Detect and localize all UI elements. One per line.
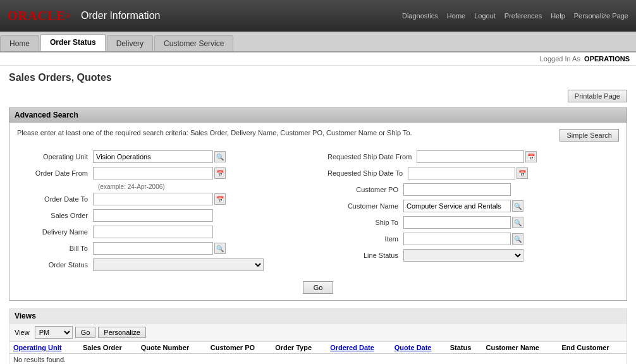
delivery-name-label: Delivery Name bbox=[17, 228, 93, 236]
nav-personalize-page[interactable]: Personalize Page bbox=[574, 12, 628, 20]
item-label: Item bbox=[327, 235, 403, 243]
top-printable-button[interactable]: Printable Page bbox=[568, 90, 627, 102]
bill-to-row: Bill To 🔍 bbox=[17, 242, 309, 255]
nav-home[interactable]: Home bbox=[447, 12, 465, 20]
tab-bar: Home Order Status Delivery Customer Serv… bbox=[0, 32, 636, 52]
nav-diagnostics[interactable]: Diagnostics bbox=[402, 12, 438, 20]
col-end-customer: End Customer bbox=[558, 342, 627, 354]
col-customer-po: Customer PO bbox=[207, 342, 271, 354]
line-status-label: Line Status bbox=[327, 252, 403, 259]
line-status-row: Line Status bbox=[327, 249, 619, 262]
order-date-to-input[interactable] bbox=[93, 193, 213, 205]
oracle-logo: ORACLE® bbox=[8, 9, 71, 23]
view-select[interactable]: PM bbox=[35, 326, 73, 339]
right-column: Requested Ship Date From 📅 Requested Shi… bbox=[327, 150, 619, 275]
req-ship-date-to-row: Requested Ship Date To 📅 bbox=[327, 167, 619, 179]
order-date-from-input[interactable] bbox=[93, 167, 213, 179]
col-ordered-date: Ordered Date bbox=[326, 342, 391, 354]
order-date-to-row: Order Date To 📅 bbox=[17, 193, 309, 205]
tab-home[interactable]: Home bbox=[0, 35, 39, 51]
page-title: Sales Orders, Quotes bbox=[9, 72, 627, 83]
order-date-from-calendar-icon[interactable]: 📅 bbox=[214, 167, 226, 179]
ship-to-search-icon[interactable]: 🔍 bbox=[512, 217, 523, 228]
sales-order-input[interactable] bbox=[93, 209, 213, 222]
search-go-button[interactable]: Go bbox=[303, 281, 334, 294]
col-quote-date-link[interactable]: Quote Date bbox=[394, 344, 432, 351]
bill-to-label: Bill To bbox=[17, 245, 93, 252]
customer-name-row: Customer Name 🔍 bbox=[327, 200, 619, 212]
nav-preferences[interactable]: Preferences bbox=[505, 12, 542, 20]
req-ship-date-to-input[interactable] bbox=[408, 167, 515, 179]
req-ship-date-from-row: Requested Ship Date From 📅 bbox=[327, 150, 619, 163]
header-nav: Diagnostics Home Logout Preferences Help… bbox=[402, 12, 628, 20]
nav-help[interactable]: Help bbox=[551, 12, 565, 20]
customer-name-input[interactable] bbox=[403, 200, 511, 212]
operating-unit-input[interactable] bbox=[93, 150, 213, 163]
order-status-select[interactable] bbox=[93, 258, 264, 271]
sales-order-label: Sales Order bbox=[17, 212, 93, 219]
views-section: Views View PM Go Personalize Operating U… bbox=[9, 308, 627, 364]
table-header-row: Operating Unit Sales Order Quote Number … bbox=[9, 342, 627, 354]
no-results-row: No results found. bbox=[9, 354, 627, 365]
ship-to-label: Ship To bbox=[327, 219, 403, 226]
req-ship-date-from-calendar-icon[interactable]: 📅 bbox=[525, 151, 537, 162]
no-results-message: No results found. bbox=[9, 354, 627, 365]
delivery-name-row: Delivery Name bbox=[17, 226, 309, 238]
item-input[interactable] bbox=[403, 233, 511, 245]
order-status-row: Order Status bbox=[17, 258, 309, 271]
login-user: OPERATIONS bbox=[584, 55, 630, 63]
header-title: Order Information bbox=[81, 10, 160, 21]
advanced-search-box: Advanced Search Please enter at least on… bbox=[9, 107, 627, 301]
col-quote-number: Quote Number bbox=[137, 342, 207, 354]
login-bar: Logged In As OPERATIONS bbox=[0, 52, 636, 66]
bill-to-input[interactable] bbox=[93, 242, 213, 255]
search-note: Please enter at least one of the require… bbox=[17, 129, 412, 136]
order-status-label: Order Status bbox=[17, 261, 93, 269]
req-ship-date-from-input[interactable] bbox=[417, 150, 524, 163]
customer-po-input[interactable] bbox=[403, 183, 511, 196]
bill-to-search-icon[interactable]: 🔍 bbox=[214, 243, 226, 254]
views-header: Views bbox=[9, 309, 627, 324]
personalize-button[interactable]: Personalize bbox=[98, 327, 145, 338]
views-go-button[interactable]: Go bbox=[75, 327, 96, 338]
order-date-example: (example: 24-Apr-2006) bbox=[17, 183, 309, 190]
results-table: Operating Unit Sales Order Quote Number … bbox=[9, 342, 627, 364]
table-body: No results found. bbox=[9, 354, 627, 365]
ship-to-input[interactable] bbox=[403, 216, 511, 229]
simple-search-button[interactable]: Simple Search bbox=[560, 129, 619, 142]
ship-to-row: Ship To 🔍 bbox=[327, 216, 619, 229]
item-row: Item 🔍 bbox=[327, 233, 619, 245]
customer-name-search-icon[interactable]: 🔍 bbox=[512, 200, 523, 212]
col-operating-unit-link[interactable]: Operating Unit bbox=[13, 344, 61, 351]
advanced-search-header: Advanced Search bbox=[9, 108, 627, 123]
item-search-icon[interactable]: 🔍 bbox=[512, 233, 523, 245]
search-form-grid: Operating Unit 🔍 Order Date From 📅 (exam… bbox=[17, 150, 619, 275]
col-quote-date: Quote Date bbox=[391, 342, 446, 354]
order-date-to-calendar-icon[interactable]: 📅 bbox=[214, 193, 226, 205]
tab-customer-service[interactable]: Customer Service bbox=[154, 35, 233, 51]
req-ship-date-to-calendar-icon[interactable]: 📅 bbox=[517, 167, 528, 179]
operating-unit-row: Operating Unit 🔍 bbox=[17, 150, 309, 163]
customer-po-row: Customer PO bbox=[327, 183, 619, 196]
nav-logout[interactable]: Logout bbox=[474, 12, 496, 20]
tab-delivery[interactable]: Delivery bbox=[107, 35, 153, 51]
order-date-to-label: Order Date To bbox=[17, 195, 93, 203]
tab-order-status[interactable]: Order Status bbox=[40, 34, 106, 51]
delivery-name-input[interactable] bbox=[93, 226, 213, 238]
table-header: Operating Unit Sales Order Quote Number … bbox=[9, 342, 627, 354]
col-status: Status bbox=[446, 342, 482, 354]
col-ordered-date-link[interactable]: Ordered Date bbox=[330, 344, 374, 351]
req-ship-date-to-label: Requested Ship Date To bbox=[327, 169, 408, 177]
operating-unit-search-icon[interactable]: 🔍 bbox=[214, 151, 226, 162]
line-status-select[interactable] bbox=[403, 249, 523, 262]
col-operating-unit: Operating Unit bbox=[9, 342, 79, 354]
main-content: Sales Orders, Quotes Printable Page Adva… bbox=[0, 66, 636, 364]
top-printable-row: Printable Page bbox=[9, 90, 627, 102]
go-btn-row: Go bbox=[17, 281, 619, 294]
order-date-from-label: Order Date From bbox=[17, 169, 93, 177]
sales-order-row: Sales Order bbox=[17, 209, 309, 222]
left-column: Operating Unit 🔍 Order Date From 📅 (exam… bbox=[17, 150, 309, 275]
col-sales-order: Sales Order bbox=[79, 342, 137, 354]
advanced-search-body: Please enter at least one of the require… bbox=[9, 123, 627, 300]
app-header: ORACLE® Order Information Diagnostics Ho… bbox=[0, 0, 636, 32]
